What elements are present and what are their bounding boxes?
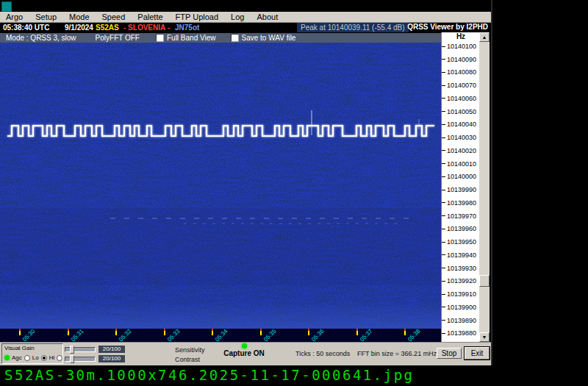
full-band-view-label: Full Band View (167, 34, 216, 42)
time-tick: 05:31 (68, 329, 90, 342)
spectrogram (0, 43, 441, 329)
stop-button[interactable]: Stop (437, 348, 462, 359)
menu-item[interactable]: FTP Upload (176, 12, 219, 21)
location: - SLOVENIA - (123, 24, 170, 32)
frequency-scrollbar[interactable]: ▲ ▼ (479, 32, 490, 342)
sensitivity-label: Sensitivity (175, 346, 205, 354)
frequency-label: 10140090 (442, 55, 476, 64)
contrast-label: Contrast (175, 356, 200, 363)
time-label: 05:30 (21, 328, 37, 343)
time-tick: 05:32 (115, 329, 137, 342)
frequency-label: 10139970 (442, 212, 476, 221)
time-scale: 05:30 05:31 05:32 05:33 05:34 (0, 329, 441, 342)
utc-clock: 05:38:40 UTC (3, 24, 49, 32)
polyfft-status: PolyFFT OFF (96, 34, 140, 42)
frequency-label: 10139930 (442, 264, 476, 273)
time-tick: 05:36 (308, 329, 330, 342)
app-brand: QRSS Viewer by I2PHD (407, 23, 488, 31)
frequency-labels: 10140100 10140090 10140080 10140070 1014… (442, 42, 480, 342)
time-label: 05:33 (166, 328, 182, 343)
time-tick: 05:38 (404, 329, 426, 342)
menu-item[interactable]: Speed (102, 12, 126, 21)
tick-mark-yellow (308, 331, 309, 335)
frequency-label: 10139920 (442, 276, 476, 285)
frequency-label: 10139940 (442, 251, 476, 260)
frequency-label: 10139890 (442, 316, 476, 325)
hi-radio[interactable] (57, 355, 62, 361)
frequency-label: 10139910 (442, 290, 476, 299)
time-label: 05:34 (214, 328, 229, 343)
info-bar: 05:38:40 UTC 9/1/2024 S52AS - SLOVENIA -… (0, 23, 491, 33)
gain-led (4, 355, 10, 360)
lo-radio[interactable] (41, 355, 47, 361)
frequency-label: 10140000 (442, 172, 476, 181)
agc-radio[interactable] (24, 355, 30, 361)
tick-mark-yellow (115, 331, 117, 335)
menu-item[interactable]: Setup (35, 12, 57, 21)
frequency-label: 10140020 (442, 146, 476, 155)
menu-item[interactable]: Mode (69, 12, 90, 21)
full-band-view-checkbox[interactable] (156, 34, 164, 42)
mode-bar: Mode : QRSS 3, slow PolyFFT OFF Full Ban… (0, 33, 441, 43)
contrast-slider[interactable] (65, 357, 96, 362)
time-label: 05:35 (262, 328, 278, 343)
frequency-label: 10140030 (442, 133, 476, 142)
frequency-label: 10140040 (442, 120, 476, 129)
frequency-label: 10140100 (442, 42, 476, 51)
scroll-down-button[interactable]: ▼ (479, 332, 490, 342)
time-tick: 05:37 (356, 329, 379, 342)
tick-mark-yellow (212, 331, 213, 335)
frequency-label: 10139960 (442, 224, 476, 233)
contrast-slider-thumb[interactable] (70, 355, 74, 363)
sensitivity-slider[interactable] (65, 347, 96, 352)
menu-item[interactable]: About (257, 12, 278, 21)
time-label: 05:36 (310, 328, 326, 343)
frequency-label: 10140070 (442, 81, 476, 90)
menu-item[interactable]: Log (231, 12, 244, 21)
contrast-value: 20/100 (98, 355, 125, 362)
tick-mark-yellow (19, 331, 21, 335)
time-tick: 05:35 (260, 329, 282, 342)
frequency-scale: Hz 10140100 10140090 10140080 10140070 (441, 32, 479, 342)
time-tick: 05:34 (212, 329, 234, 342)
capture-filename: S52AS-30m.1000x746.2025-11-17-000641.jpg (4, 367, 415, 383)
tick-mark-yellow (356, 331, 358, 335)
frequency-label: 10139990 (442, 185, 476, 194)
tick-mark-yellow (260, 331, 262, 335)
menu-item[interactable]: Argo (6, 12, 23, 21)
peak-readout: Peak at 10140039.11 (-55.4 dB) (297, 23, 409, 32)
time-tick: 05:33 (164, 329, 186, 342)
scrollbar-thumb[interactable] (479, 275, 490, 287)
save-to-wav-label: Save to WAV file (242, 34, 296, 42)
sensitivity-value: 20/100 (98, 346, 125, 353)
frequency-label: 10140050 (442, 107, 476, 116)
tick-mark-yellow (68, 331, 69, 335)
recent-scan-band (0, 301, 441, 329)
waterfall-display (0, 43, 441, 329)
time-label: 05:37 (359, 328, 374, 343)
lo-label: Lo (32, 354, 39, 361)
menu-item[interactable]: Palette (137, 12, 162, 21)
frequency-label: 10140060 (442, 94, 476, 103)
capture-led (242, 343, 247, 349)
visual-gain-group: Visual Gain Agc Lo Hi (1, 343, 63, 364)
capture-status: Capture ON (220, 343, 268, 357)
time-tick: 05:30 (19, 329, 41, 342)
time-label: 05:32 (118, 328, 133, 343)
date-display: 9/1/2024 (65, 24, 93, 32)
callsign: S52AS (96, 24, 119, 32)
sensitivity-slider-thumb[interactable] (70, 346, 74, 354)
mode-status: Mode : QRSS 3, slow (6, 34, 76, 42)
control-panel: Visual Gain Agc Lo Hi 20/100 20/100 (0, 342, 491, 365)
title-bar (0, 0, 491, 12)
full-band-view-option[interactable]: Full Band View (156, 34, 216, 42)
exit-button[interactable]: Exit (465, 347, 490, 360)
agc-label: Agc (12, 354, 22, 361)
save-to-wav-option[interactable]: Save to WAV file (231, 34, 296, 42)
save-to-wav-checkbox[interactable] (231, 34, 239, 42)
grid-locator: JN75ot (175, 24, 199, 32)
ticks-info: Ticks : 50 seconds (295, 350, 350, 357)
frequency-label: 10139880 (442, 329, 476, 337)
scroll-up-button[interactable]: ▲ (479, 32, 490, 42)
fft-bin-info: FFT bin size = 366.21 mHz (357, 350, 437, 357)
